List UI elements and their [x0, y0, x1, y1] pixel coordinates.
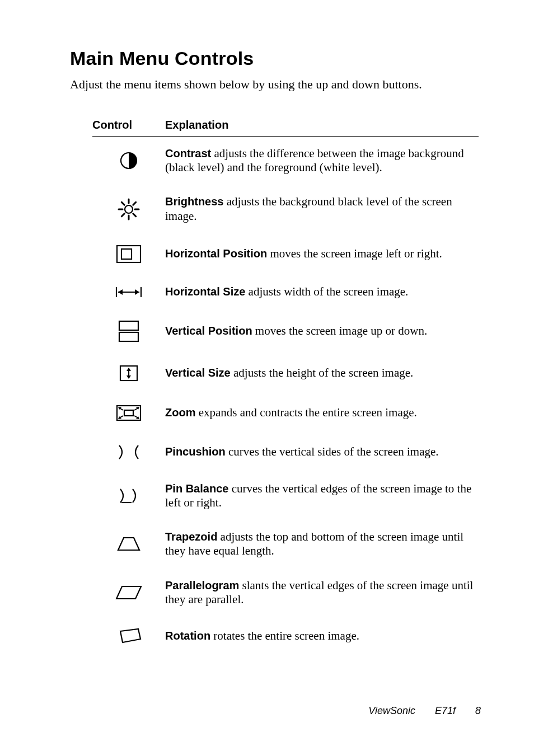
control-term: Pin Balance: [165, 482, 228, 495]
svg-marker-15: [118, 289, 123, 295]
explanation-cell: Vertical Size adjusts the height of the …: [165, 353, 479, 393]
contrast-icon: [92, 137, 165, 185]
table-row: Brightness adjusts the background black …: [92, 185, 479, 233]
control-term: Vertical Size: [165, 367, 231, 379]
table-row: Vertical Position moves the screen image…: [92, 309, 479, 353]
explanation-cell: Rotation rotates the entire screen image…: [165, 617, 479, 656]
table-row: Rotation rotates the entire screen image…: [92, 617, 479, 656]
svg-line-3: [133, 213, 136, 216]
svg-rect-11: [121, 249, 132, 259]
rotation-icon: [92, 617, 165, 656]
page: Main Menu Controls Adjust the menu items…: [0, 0, 534, 756]
control-term: Trapezoid: [165, 530, 217, 543]
vpos-icon: [92, 309, 165, 353]
svg-rect-18: [119, 332, 138, 341]
table-row: Zoom expands and contracts the entire sc…: [92, 393, 479, 433]
brightness-icon: [92, 185, 165, 233]
control-desc: rotates the entire screen image.: [210, 629, 359, 642]
explanation-cell: Parallelogram slants the vertical edges …: [165, 569, 479, 617]
header-control: Control: [92, 119, 165, 137]
table-row: Pincushion curves the vertical sides of …: [92, 433, 479, 472]
page-title: Main Menu Controls: [70, 48, 481, 69]
trapezoid-icon: [92, 520, 165, 568]
svg-line-9: [133, 202, 136, 205]
explanation-cell: Trapezoid adjusts the top and bottom of …: [165, 520, 479, 568]
svg-marker-35: [116, 586, 141, 599]
explanation-cell: Horizontal Size adjusts width of the scr…: [165, 275, 479, 309]
zoom-icon: [92, 393, 165, 433]
control-desc: expands and contracts the entire screen …: [195, 406, 416, 419]
control-term: Horizontal Size: [165, 285, 245, 298]
control-term: Brightness: [165, 195, 223, 208]
control-term: Pincushion: [165, 445, 226, 458]
svg-marker-34: [118, 538, 139, 550]
hpos-icon: [92, 233, 165, 275]
table-row: Parallelogram slants the vertical edges …: [92, 569, 479, 617]
svg-point-1: [125, 205, 133, 213]
intro-text: Adjust the menu items shown below by usi…: [70, 77, 481, 92]
svg-marker-21: [127, 368, 131, 371]
table-header-row: Control Explanation: [92, 119, 479, 137]
controls-table: Control Explanation Contrast adjusts the…: [92, 119, 479, 656]
pinbalance-icon: [92, 472, 165, 520]
svg-marker-16: [135, 289, 139, 295]
explanation-cell: Zoom expands and contracts the entire sc…: [165, 393, 479, 433]
hsize-icon: [92, 275, 165, 309]
footer: ViewSonic E71f 8: [368, 705, 481, 717]
control-desc: curves the vertical sides of the screen …: [226, 445, 439, 458]
table-row: Vertical Size adjusts the height of the …: [92, 353, 479, 393]
footer-page: 8: [475, 705, 481, 716]
svg-rect-24: [124, 410, 133, 416]
explanation-cell: Brightness adjusts the background black …: [165, 185, 479, 233]
explanation-cell: Pincushion curves the vertical sides of …: [165, 433, 479, 472]
control-term: Parallelogram: [165, 579, 239, 591]
explanation-cell: Vertical Position moves the screen image…: [165, 309, 479, 353]
control-term: Contrast: [165, 147, 211, 159]
footer-brand: ViewSonic: [368, 705, 415, 716]
svg-marker-22: [127, 375, 131, 379]
svg-marker-36: [120, 629, 140, 642]
svg-rect-10: [117, 246, 140, 262]
table-row: Pin Balance curves the vertical edges of…: [92, 472, 479, 520]
control-desc: adjusts width of the screen image.: [245, 285, 408, 298]
footer-model: E71f: [435, 705, 456, 716]
control-desc: moves the screen image up or down.: [252, 324, 428, 337]
pincushion-icon: [92, 433, 165, 472]
explanation-cell: Horizontal Position moves the screen ima…: [165, 233, 479, 275]
explanation-cell: Pin Balance curves the vertical edges of…: [165, 472, 479, 520]
parallelogram-icon: [92, 569, 165, 617]
table-row: Contrast adjusts the difference between …: [92, 137, 479, 185]
header-explanation: Explanation: [165, 119, 479, 137]
table-row: Horizontal Size adjusts width of the scr…: [92, 275, 479, 309]
control-term: Vertical Position: [165, 325, 252, 337]
svg-line-5: [121, 213, 124, 216]
explanation-cell: Contrast adjusts the difference between …: [165, 137, 479, 185]
table-row: Horizontal Position moves the screen ima…: [92, 233, 479, 275]
svg-rect-17: [119, 321, 138, 330]
control-term: Rotation: [165, 630, 210, 642]
control-desc: moves the screen image left or right.: [267, 247, 442, 260]
control-term: Horizontal Position: [165, 247, 267, 260]
table-row: Trapezoid adjusts the top and bottom of …: [92, 520, 479, 568]
svg-line-7: [121, 202, 124, 205]
control-term: Zoom: [165, 406, 195, 419]
vsize-icon: [92, 353, 165, 393]
control-desc: adjusts the height of the screen image.: [231, 366, 414, 379]
